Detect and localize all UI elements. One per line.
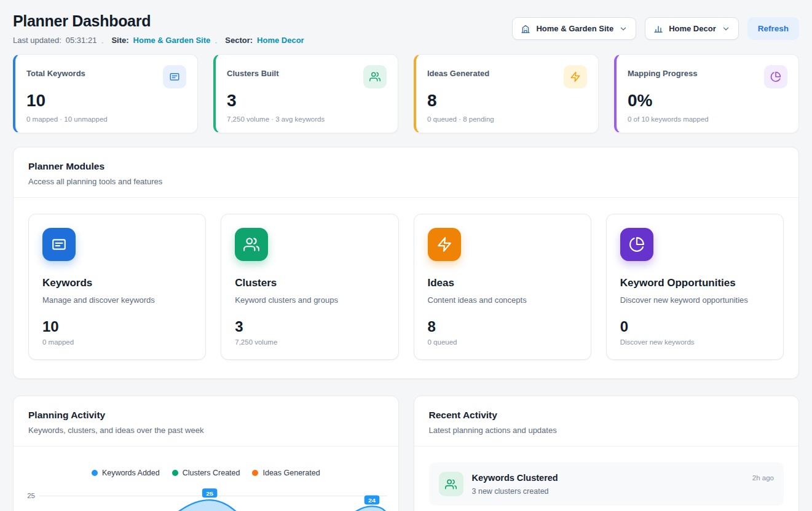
page-title: Planner Dashboard: [13, 12, 304, 30]
stat-label: Mapping Progress: [628, 65, 697, 78]
modules-panel-subtitle: Access all planning tools and features: [28, 177, 784, 186]
legend-item-keywords-added: Keywords Added: [92, 469, 160, 477]
users-icon: [235, 228, 268, 261]
module-value: 3: [235, 318, 384, 335]
svg-text:24: 24: [368, 497, 376, 504]
chevron-down-icon: [619, 25, 628, 33]
bottom-row: Planning Activity Keywords, clusters, an…: [13, 396, 799, 511]
point-label-badge: 24: [365, 496, 380, 505]
stat-label: Total Keywords: [26, 65, 85, 78]
planning-activity-panel: Planning Activity Keywords, clusters, an…: [13, 396, 399, 511]
module-title: Clusters: [235, 277, 384, 289]
meta-line: Last updated: 05:31:21 · Site: Home & Ga…: [13, 36, 304, 45]
chart-plot-area: 25 25 24: [14, 482, 398, 511]
last-updated-value: 05:31:21: [66, 36, 97, 45]
site-link[interactable]: Home & Garden Site: [133, 36, 211, 45]
stat-label: Ideas Generated: [427, 65, 489, 78]
bar-chart-icon: [653, 24, 663, 34]
planning-activity-header: Planning Activity Keywords, clusters, an…: [14, 396, 398, 447]
stat-value: 8: [427, 91, 587, 111]
planning-activity-subtitle: Keywords, clusters, and ideas over the p…: [28, 426, 384, 435]
module-title: Keyword Opportunities: [620, 277, 770, 289]
point-label-badge: 25: [202, 488, 218, 497]
module-value: 0: [620, 318, 770, 335]
stat-value: 3: [227, 91, 387, 111]
stat-value: 0%: [628, 91, 787, 111]
module-title: Ideas: [428, 277, 577, 289]
module-description: Content ideas and concepts: [428, 295, 577, 305]
sector-selector-value: Home Decor: [669, 24, 716, 33]
pie-chart-icon: [764, 65, 787, 88]
y-axis-tick: 25: [18, 492, 35, 499]
stat-sub: 0 queued · 8 pending: [427, 115, 587, 123]
chevron-down-icon: [722, 25, 730, 33]
legend-label: Clusters Created: [183, 469, 240, 477]
header-left: Planner Dashboard Last updated: 05:31:21…: [13, 12, 304, 45]
stat-sub: 7,250 volume · 3 avg keywords: [227, 115, 387, 123]
modules-panel-header: Planner Modules Access all planning tool…: [14, 147, 798, 198]
sector-selector-dropdown[interactable]: Home Decor: [645, 17, 739, 40]
module-card-clusters[interactable]: Clusters Keyword clusters and groups 3 7…: [221, 214, 398, 360]
svg-text:25: 25: [206, 490, 213, 497]
planner-dashboard-page: Planner Dashboard Last updated: 05:31:21…: [0, 0, 812, 511]
stats-row: Total Keywords 10 0 mapped · 10 unmapped…: [13, 54, 799, 133]
planning-activity-title: Planning Activity: [28, 410, 384, 421]
module-card-keyword-opportunities[interactable]: Keyword Opportunities Discover new keywo…: [606, 214, 784, 360]
legend-label: Ideas Generated: [262, 469, 320, 477]
chart-y-axis: 25: [18, 482, 39, 511]
module-description: Discover new keyword opportunities: [620, 295, 770, 305]
module-description: Manage and discover keywords: [42, 295, 192, 305]
legend-dot-orange: [252, 470, 258, 476]
module-sub: 0 queued: [428, 338, 577, 346]
sector-label: Sector:: [225, 36, 253, 45]
stat-card-clusters-built: Clusters Built 3 7,250 volume · 3 avg ke…: [213, 54, 398, 133]
recent-activity-title: Recent Activity: [429, 410, 784, 421]
module-sub: Discover new keywords: [620, 338, 770, 346]
activity-text: Keywords Clustered 3 new clusters create…: [472, 472, 558, 496]
legend-dot-blue: [92, 470, 98, 476]
building-icon: [521, 24, 530, 34]
stat-sub: 0 of 10 keywords mapped: [628, 115, 787, 123]
activity-list-item: Keywords Clustered 3 new clusters create…: [429, 462, 784, 505]
refresh-button[interactable]: Refresh: [747, 17, 799, 40]
stat-label: Clusters Built: [227, 65, 279, 78]
separator-dot: ·: [215, 37, 221, 44]
modules-grid: Keywords Manage and discover keywords 10…: [14, 198, 798, 378]
document-lines-icon: [42, 228, 76, 261]
module-sub: 0 mapped: [42, 338, 192, 346]
legend-dot-green: [172, 470, 178, 476]
stat-value: 10: [26, 91, 186, 111]
module-sub: 7,250 volume: [235, 338, 384, 346]
legend-item-clusters-created: Clusters Created: [172, 469, 240, 477]
module-value: 10: [42, 318, 192, 335]
area-chart-svg: 25 24: [39, 482, 387, 511]
site-selector-value: Home & Garden Site: [536, 24, 613, 33]
module-card-keywords[interactable]: Keywords Manage and discover keywords 10…: [28, 214, 206, 360]
users-icon: [363, 65, 387, 88]
module-card-ideas[interactable]: Ideas Content ideas and concepts 8 0 que…: [414, 214, 591, 360]
legend-label: Keywords Added: [102, 469, 160, 477]
modules-panel-title: Planner Modules: [28, 161, 784, 172]
activity-timestamp: 2h ago: [752, 472, 774, 482]
site-selector-dropdown[interactable]: Home & Garden Site: [512, 17, 636, 40]
activity-list: Keywords Clustered 3 new clusters create…: [414, 447, 799, 511]
header-controls: Home & Garden Site Home Decor Refresh: [512, 17, 799, 40]
separator-dot: ·: [101, 37, 107, 44]
planning-activity-chart: Keywords Added Clusters Created Ideas Ge…: [14, 469, 398, 511]
users-icon: [439, 472, 463, 496]
stat-sub: 0 mapped · 10 unmapped: [26, 115, 186, 123]
site-label: Site:: [111, 36, 128, 45]
module-value: 8: [428, 318, 577, 335]
recent-activity-header: Recent Activity Latest planning actions …: [414, 396, 799, 447]
page-header: Planner Dashboard Last updated: 05:31:21…: [13, 12, 799, 45]
activity-description: 3 new clusters created: [472, 487, 558, 496]
stat-card-ideas-generated: Ideas Generated 8 0 queued · 8 pending: [414, 54, 599, 133]
planner-modules-panel: Planner Modules Access all planning tool…: [13, 147, 799, 379]
stat-card-mapping-progress: Mapping Progress 0% 0 of 10 keywords map…: [614, 54, 799, 133]
recent-activity-subtitle: Latest planning actions and updates: [429, 426, 784, 435]
legend-item-ideas-generated: Ideas Generated: [252, 469, 320, 477]
recent-activity-panel: Recent Activity Latest planning actions …: [414, 396, 800, 511]
activity-title: Keywords Clustered: [472, 472, 558, 483]
sector-link[interactable]: Home Decor: [257, 36, 304, 45]
document-lines-icon: [163, 65, 186, 88]
